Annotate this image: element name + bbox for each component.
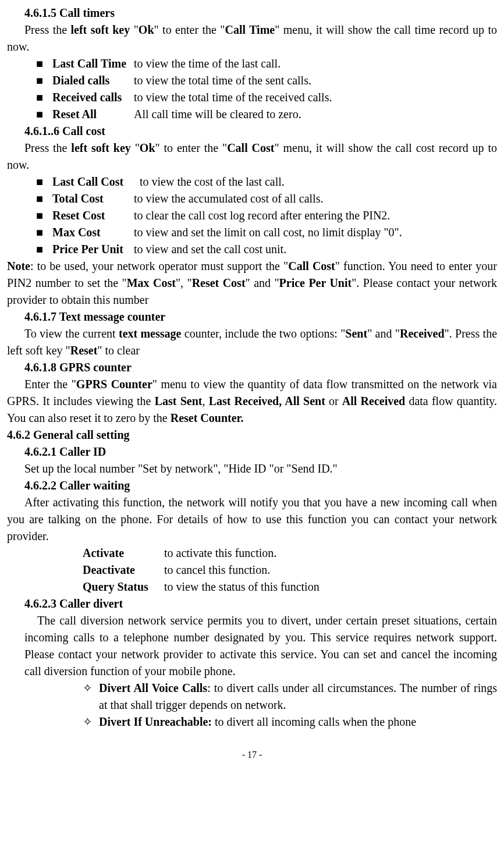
list-item: ✧Divert If Unreachable: to divert all in… <box>83 714 497 730</box>
t: Reset Cost <box>192 276 246 289</box>
list-item: ■Last Call Costto view the cost of the l… <box>36 173 497 190</box>
t: Call Cost <box>288 260 335 272</box>
square-bullet-icon: ■ <box>36 72 52 89</box>
item-desc: to view and set the limit on call cost, … <box>134 224 497 241</box>
t: : to be used, your network operator must… <box>30 260 288 272</box>
t: Press the <box>24 23 71 36</box>
note-call-cost: Note: to be used, your network operator … <box>7 258 497 308</box>
list-item: ■Received callsto view the total time of… <box>36 89 497 106</box>
para-caller-divert: The call diversion network service permi… <box>24 612 497 680</box>
item-desc: to view the accumulated cost of all call… <box>134 190 497 207</box>
t: The call diversion network service permi… <box>24 614 497 677</box>
option-row: Deactivateto cancel this function. <box>83 562 497 578</box>
t: text message <box>119 327 181 340</box>
t: " and " <box>367 327 400 340</box>
item-label: Last Call Time <box>52 55 134 72</box>
t: Last Sent <box>155 395 203 407</box>
list-item: ■Reset Costto clear the call cost log re… <box>36 207 497 224</box>
t: Received <box>400 327 445 340</box>
item-label: Reset All <box>52 106 134 123</box>
opt-label: Deactivate <box>83 562 164 578</box>
para-caller-id: Set up the local number "Set by network"… <box>7 460 497 477</box>
item-desc: to clear the call cost log record after … <box>134 207 497 224</box>
para-call-cost: Press the left soft key "Ok" to enter th… <box>7 140 497 173</box>
diamond-bullet-icon: ✧ <box>83 680 99 714</box>
t: " and " <box>246 276 279 289</box>
item-desc: to view the time of the last call. <box>134 55 497 72</box>
heading-gprs-counter: 4.6.1.8 GPRS counter <box>24 359 497 376</box>
t: left soft key <box>71 141 131 154</box>
para-caller-waiting: After activating this function, the netw… <box>7 494 497 545</box>
t: Price Per Unit <box>279 276 352 289</box>
heading-text-msg-counter: 4.6.1.7 Text message counter <box>24 308 497 325</box>
list-item: ■Reset AllAll call time will be cleared … <box>36 106 497 123</box>
list-item: ■Max Costto view and set the limit on ca… <box>36 224 497 241</box>
t: Sent <box>345 327 367 340</box>
item-label: Received calls <box>52 89 134 106</box>
square-bullet-icon: ■ <box>36 55 52 72</box>
diamond-bullet-icon: ✧ <box>83 714 99 730</box>
item-desc: All call time will be cleared to zero. <box>134 106 497 123</box>
item-label: Dialed calls <box>52 72 134 89</box>
t: left soft key <box>71 23 130 36</box>
t: " <box>130 23 139 36</box>
t: All Received <box>342 395 405 407</box>
para-gprs-counter: Enter the "GPRS Counter" menu to view th… <box>7 376 497 427</box>
t: Reset <box>70 344 98 357</box>
item-label: Last Call Cost <box>52 173 140 190</box>
square-bullet-icon: ■ <box>36 241 52 258</box>
square-bullet-icon: ■ <box>36 207 52 224</box>
t: counter, include the two options: " <box>181 327 345 340</box>
t: , <box>202 395 208 407</box>
para-call-timers: Press the left soft key "Ok" to enter th… <box>7 22 497 55</box>
heading-general-call-setting: 4.6.2 General call setting <box>7 427 497 443</box>
item-desc: to view the total time of the received c… <box>134 89 497 106</box>
t: " to enter the " <box>154 23 225 36</box>
list-item: ✧Divert All Voice Calls: to divert calls… <box>83 680 497 714</box>
square-bullet-icon: ■ <box>36 224 52 241</box>
t: Enter the " <box>24 378 76 391</box>
t: Ok <box>140 141 155 154</box>
t: To view the current <box>24 327 119 340</box>
t: Last Received, All Sent <box>209 395 325 407</box>
item-label: Price Per Unit <box>52 241 134 258</box>
t: Divert All Voice Calls <box>99 682 207 694</box>
list-item: ■Total Costto view the accumulated cost … <box>36 190 497 207</box>
item-label: Total Cost <box>52 190 134 207</box>
opt-label: Query Status <box>83 578 164 595</box>
t: Reset Counter. <box>171 411 244 424</box>
option-row: Query Statusto view the status of this f… <box>83 578 497 595</box>
list-item: ■Dialed callsto view the total time of t… <box>36 72 497 89</box>
item-label: Max Cost <box>52 224 134 241</box>
t: to divert all incoming calls when the ph… <box>212 715 416 728</box>
item-desc: to view and set the call cost unit. <box>134 241 497 258</box>
t: ", " <box>176 276 192 289</box>
square-bullet-icon: ■ <box>36 106 52 123</box>
heading-caller-waiting: 4.6.2.2 Caller waiting <box>24 477 497 494</box>
option-row: Activateto activate this function. <box>83 545 497 562</box>
t: Max Cost <box>127 276 176 289</box>
t: Ok <box>139 23 154 36</box>
t: or <box>325 395 342 407</box>
t: " <box>131 141 140 154</box>
square-bullet-icon: ■ <box>36 89 52 106</box>
heading-caller-divert: 4.6.2.3 Caller divert <box>24 595 497 612</box>
t: Note <box>7 260 30 272</box>
opt-desc: to activate this function. <box>164 545 497 562</box>
heading-call-cost: 4.6.1..6 Call cost <box>24 123 497 140</box>
item-label: Reset Cost <box>52 207 134 224</box>
opt-desc: to view the status of this function <box>164 578 497 595</box>
t: Press the <box>24 141 71 154</box>
list-item: ■Price Per Unitto view and set the call … <box>36 241 497 258</box>
item-text: Divert If Unreachable: to divert all inc… <box>99 714 497 730</box>
t: " to enter the " <box>155 141 228 154</box>
square-bullet-icon: ■ <box>36 173 52 190</box>
para-text-msg-counter: To view the current text message counter… <box>7 325 497 359</box>
item-desc: to view the total time of the sent calls… <box>134 72 497 89</box>
heading-caller-id: 4.6.2.1 Caller ID <box>24 443 497 460</box>
t: Call Cost <box>227 141 274 154</box>
t: GPRS Counter <box>76 378 152 391</box>
item-desc: to view the cost of the last call. <box>140 173 497 190</box>
square-bullet-icon: ■ <box>36 190 52 207</box>
t: Call Time <box>225 23 275 36</box>
